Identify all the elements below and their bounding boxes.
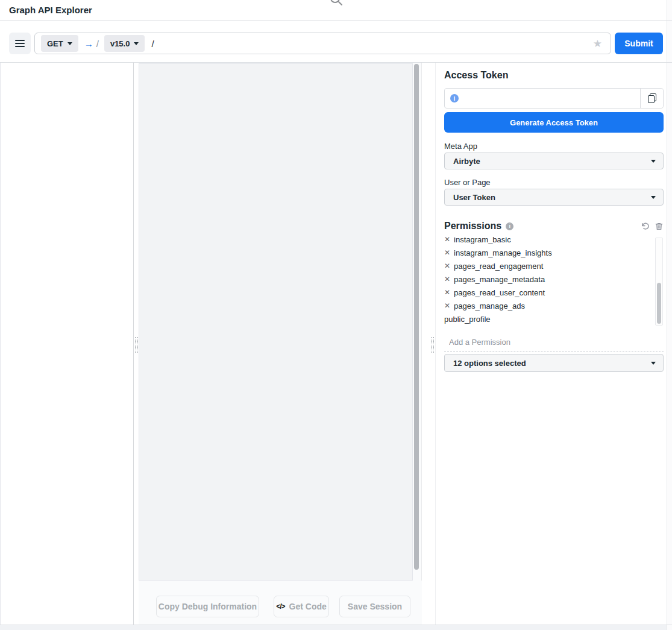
toolbar-divider xyxy=(0,62,672,63)
remove-permission-icon[interactable]: ✕ xyxy=(444,249,450,256)
submit-button[interactable]: Submit xyxy=(615,33,663,54)
request-toolbar: GET → / v15.0 / ★ Submit xyxy=(0,20,672,62)
add-permission-input[interactable] xyxy=(444,335,664,352)
permission-label: instagram_manage_insights xyxy=(454,248,552,257)
permission-label: instagram_basic xyxy=(454,235,511,244)
request-bar: GET → / v15.0 / ★ xyxy=(34,33,611,54)
method-dropdown[interactable]: GET xyxy=(41,35,78,52)
remove-permission-icon[interactable]: ✕ xyxy=(444,302,450,309)
star-icon[interactable]: ★ xyxy=(593,37,602,50)
copy-icon xyxy=(648,93,656,103)
user-or-page-select[interactable]: User Token xyxy=(444,189,664,206)
content-bottom-divider xyxy=(0,625,672,625)
chevron-down-icon xyxy=(68,42,72,45)
version-dropdown[interactable]: v15.0 xyxy=(104,35,145,52)
chevron-down-icon xyxy=(651,160,656,163)
permission-row: ✕ instagram_manage_insights xyxy=(444,246,654,259)
method-label: GET xyxy=(47,39,63,48)
info-icon[interactable]: i xyxy=(450,94,459,102)
code-icon: </> xyxy=(276,602,284,611)
chevron-down-icon xyxy=(651,362,656,365)
graph-api-explorer-app: Graph API Explorer GET → / v15.0 / ★ Su xyxy=(0,0,672,630)
path-root-slash: / xyxy=(96,39,99,49)
get-code-button[interactable]: </> Get Code xyxy=(274,596,329,617)
permission-label: pages_read_user_content xyxy=(454,288,545,297)
remove-permission-icon[interactable]: ✕ xyxy=(444,289,450,296)
permissions-scrollbar[interactable] xyxy=(657,283,661,324)
user-or-page-label: User or Page xyxy=(444,178,491,187)
version-label: v15.0 xyxy=(110,39,130,48)
permission-label: pages_manage_ads xyxy=(454,301,525,310)
arrow-right-icon: → xyxy=(84,39,93,49)
page-title: Graph API Explorer xyxy=(9,5,92,15)
info-icon[interactable]: i xyxy=(506,222,513,230)
permission-row: ✕ pages_read_engagement xyxy=(444,259,654,272)
app-header: Graph API Explorer xyxy=(0,0,672,20)
menu-button[interactable] xyxy=(9,33,31,54)
permission-row: public_profile xyxy=(444,312,654,326)
access-token-panel: Access Token i Generate Access Token Met… xyxy=(435,63,667,625)
undo-icon[interactable] xyxy=(641,222,650,231)
permission-row: ✕ pages_manage_metadata xyxy=(444,272,654,286)
save-session-button[interactable]: Save Session xyxy=(339,596,410,617)
right-resize-handle[interactable] xyxy=(431,337,434,353)
permission-label: public_profile xyxy=(444,315,491,324)
access-token-field-group: i xyxy=(444,88,664,109)
access-token-heading: Access Token xyxy=(444,70,508,81)
permission-row: ✕ pages_manage_ads xyxy=(444,299,654,312)
permission-label: pages_manage_metadata xyxy=(454,275,545,284)
permissions-scrollbar-track xyxy=(655,238,663,326)
access-token-input[interactable] xyxy=(459,89,640,108)
permissions-options-select[interactable]: 12 options selected xyxy=(444,354,664,372)
meta-app-select[interactable]: Airbyte xyxy=(444,153,664,169)
remove-permission-icon[interactable]: ✕ xyxy=(444,236,450,243)
chevron-down-icon xyxy=(134,42,139,45)
field-tree-panel xyxy=(0,63,134,625)
permission-label: pages_read_engagement xyxy=(454,262,543,271)
response-area xyxy=(139,63,413,581)
search-icon[interactable] xyxy=(329,0,344,7)
meta-app-label: Meta App xyxy=(444,142,477,151)
page-scrollbar[interactable] xyxy=(667,0,672,630)
chevron-down-icon xyxy=(651,196,656,199)
permission-row: ✕ pages_read_user_content xyxy=(444,286,654,299)
copy-token-button[interactable] xyxy=(640,89,663,108)
left-resize-handle[interactable] xyxy=(135,337,138,353)
session-footer: Copy Debug Information </> Get Code Save… xyxy=(139,581,422,625)
page-background-strip xyxy=(0,625,672,630)
generate-access-token-button[interactable]: Generate Access Token xyxy=(444,112,664,133)
response-scrollbar[interactable] xyxy=(414,64,419,570)
hamburger-icon xyxy=(15,40,25,47)
permissions-list: ✕ instagram_basic ✕ instagram_manage_ins… xyxy=(444,235,654,326)
copy-debug-button[interactable]: Copy Debug Information xyxy=(156,596,259,617)
remove-permission-icon[interactable]: ✕ xyxy=(444,262,450,269)
trash-icon[interactable] xyxy=(655,222,664,231)
permissions-header: Permissions i xyxy=(444,221,664,232)
permissions-heading: Permissions xyxy=(444,221,501,232)
response-column: Copy Debug Information </> Get Code Save… xyxy=(139,63,422,625)
permission-row: ✕ instagram_basic xyxy=(444,235,654,246)
header-divider xyxy=(0,20,672,20)
path-input[interactable]: / xyxy=(151,39,154,49)
remove-permission-icon[interactable]: ✕ xyxy=(444,276,450,283)
